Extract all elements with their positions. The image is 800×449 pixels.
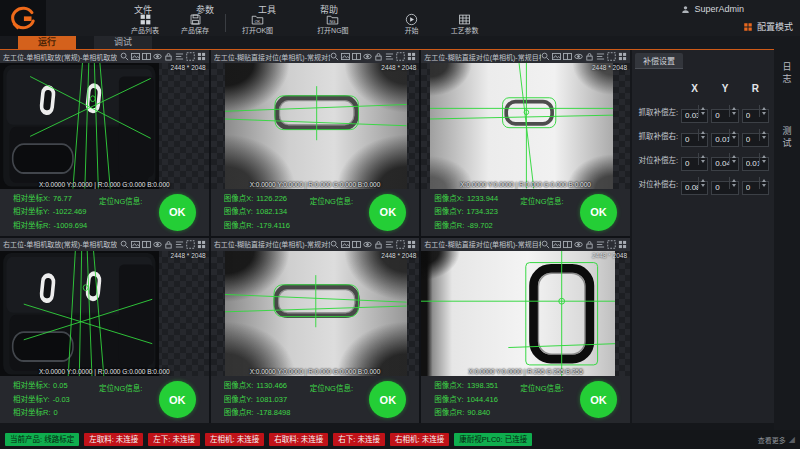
- grid-icon[interactable]: [618, 240, 627, 249]
- list-icon[interactable]: [385, 52, 394, 61]
- image-icon[interactable]: [341, 240, 350, 249]
- side-tab-log[interactable]: 日志: [781, 62, 794, 86]
- camera-image-viewport[interactable]: 2448 * 2048 X:0.0000 Y:0.0000 | R:0.000 …: [211, 63, 420, 189]
- eye-icon[interactable]: [153, 52, 162, 61]
- metric-label: 图像点R:: [224, 221, 254, 230]
- zoom-icon[interactable]: [541, 52, 550, 61]
- eye-icon[interactable]: [574, 240, 583, 249]
- list-icon[interactable]: [175, 52, 184, 61]
- image-icon[interactable]: [552, 52, 561, 61]
- stepper-arrows[interactable]: [698, 129, 707, 141]
- zoom-icon[interactable]: [120, 52, 129, 61]
- camera-photo: [421, 251, 615, 377]
- image-icon[interactable]: [131, 52, 140, 61]
- lock-icon[interactable]: [374, 52, 383, 61]
- open-ok-image-button[interactable]: 打开OK图: [242, 13, 273, 35]
- lock-icon[interactable]: [374, 240, 383, 249]
- stepper-arrows[interactable]: [759, 129, 768, 141]
- roi-icon[interactable]: [396, 52, 405, 61]
- one-to-one-icon[interactable]: [352, 52, 361, 61]
- lock-icon[interactable]: [585, 240, 594, 249]
- grid-icon[interactable]: [618, 52, 627, 61]
- eye-icon[interactable]: [363, 240, 372, 249]
- roi-icon[interactable]: [607, 240, 616, 249]
- eye-icon[interactable]: [153, 240, 162, 249]
- stepper-arrows[interactable]: [729, 177, 738, 189]
- camera-image-viewport[interactable]: 2448 * 2048 X:0.0000 Y:0.0000 | R:0.000 …: [211, 251, 420, 377]
- stepper-arrows[interactable]: [759, 177, 768, 189]
- row-label: 抓取补偿左:: [634, 106, 678, 117]
- product-save-button[interactable]: 产品保存: [181, 13, 209, 35]
- lock-icon[interactable]: [164, 240, 173, 249]
- roi-icon[interactable]: [186, 52, 195, 61]
- roi-icon[interactable]: [186, 240, 195, 249]
- eye-icon[interactable]: [363, 52, 372, 61]
- one-to-one-icon[interactable]: [142, 240, 151, 249]
- view-tabbar: 运行 调试: [0, 36, 774, 50]
- list-icon[interactable]: [596, 240, 605, 249]
- zoom-icon[interactable]: [330, 240, 339, 249]
- config-mode-button[interactable]: 配置模式: [743, 20, 793, 33]
- roi-icon[interactable]: [607, 52, 616, 61]
- one-to-one-icon[interactable]: [563, 240, 572, 249]
- view-more-link[interactable]: 查看更多: [758, 435, 786, 445]
- grid-icon[interactable]: [407, 52, 416, 61]
- compensation-row-align-left: 对位补偿左:: [632, 152, 774, 166]
- list-icon[interactable]: [385, 240, 394, 249]
- image-icon[interactable]: [341, 52, 350, 61]
- grid-icon[interactable]: [197, 52, 206, 61]
- metrics: 图像点X:1398.351 图像点Y:1044.416 图像点R:90.840: [434, 379, 498, 420]
- start-button[interactable]: 开始: [405, 13, 419, 35]
- statusbar-corner[interactable]: 查看更多 ◢: [758, 435, 795, 445]
- resize-grip-icon[interactable]: ◢: [789, 436, 795, 444]
- metric-value: 1126.226: [256, 194, 287, 203]
- open-ng-image-button[interactable]: 打开NG图: [317, 13, 349, 35]
- vision-overlay: [225, 63, 407, 189]
- camera-image-viewport[interactable]: 2448 * 2048 X:0.0000 Y:0.0000 | R:255 G:…: [421, 251, 630, 377]
- user-menu[interactable]: SuperAdmin: [681, 4, 744, 14]
- metric-label: 图像点R:: [434, 408, 464, 417]
- one-to-one-icon[interactable]: [563, 52, 572, 61]
- image-icon[interactable]: [552, 240, 561, 249]
- compensation-tab[interactable]: 补偿设置: [635, 53, 683, 69]
- one-to-one-icon[interactable]: [352, 240, 361, 249]
- camera-image-viewport[interactable]: 2448 * 2048 X:0.0000 Y:0.0000 | R:0.000 …: [0, 63, 209, 189]
- zoom-icon[interactable]: [541, 240, 550, 249]
- metric-value: 1398.351: [467, 381, 498, 390]
- stepper-arrows[interactable]: [729, 153, 738, 165]
- ng-info-label: 定位NG信息:: [310, 195, 353, 206]
- camera-image-viewport[interactable]: 2448 * 2048 X:0.0000 Y:0.0000 | R:0.000 …: [421, 63, 630, 189]
- stepper-arrows[interactable]: [759, 153, 768, 165]
- stepper-arrows[interactable]: [729, 105, 738, 117]
- grid-icon[interactable]: [407, 240, 416, 249]
- one-to-one-icon[interactable]: [142, 52, 151, 61]
- image-resolution: 2448 * 2048: [171, 64, 206, 71]
- zoom-icon[interactable]: [120, 240, 129, 249]
- compensation-row-align-right: 对位补偿右:: [632, 176, 774, 190]
- roi-icon[interactable]: [396, 240, 405, 249]
- camera-panel-1: 左工位-单相机取放(常规)-单相机取放: [0, 50, 209, 236]
- image-icon[interactable]: [131, 240, 140, 249]
- grid-icon[interactable]: [197, 240, 206, 249]
- eye-icon[interactable]: [574, 52, 583, 61]
- lock-icon[interactable]: [164, 52, 173, 61]
- stepper-arrows[interactable]: [729, 129, 738, 141]
- side-tab-test[interactable]: 测试: [781, 126, 794, 150]
- stepper-arrows[interactable]: [759, 105, 768, 117]
- list-icon[interactable]: [596, 52, 605, 61]
- stepper-arrows[interactable]: [698, 105, 707, 117]
- camera-image-viewport[interactable]: 2448 * 2048 X:0.0000 Y:0.0000 | R:0.000 …: [0, 251, 209, 377]
- result-indicator: OK: [580, 381, 617, 418]
- list-icon[interactable]: [175, 240, 184, 249]
- stepper-arrows[interactable]: [698, 177, 707, 189]
- tab-run[interactable]: 运行: [18, 36, 76, 49]
- stepper-arrows[interactable]: [698, 153, 707, 165]
- process-params-button[interactable]: 工艺参数: [451, 13, 479, 35]
- zoom-icon[interactable]: [330, 52, 339, 61]
- tab-debug[interactable]: 调试: [94, 36, 152, 49]
- lock-icon[interactable]: [585, 52, 594, 61]
- button-label: 开始: [405, 27, 419, 35]
- product-list-button[interactable]: 产品列表: [131, 13, 159, 35]
- camera-panel-2: 左工位-糊贴直接对位(单相机)-常规对象定位: [211, 50, 420, 236]
- camera-photo: [225, 63, 407, 189]
